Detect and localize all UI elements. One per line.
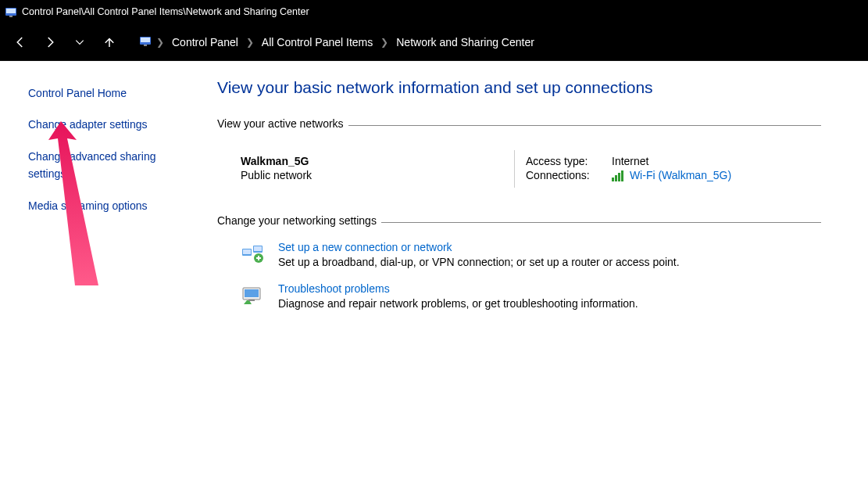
task-setup-connection-desc: Set up a broadband, dial-up, or VPN conn… — [278, 256, 680, 268]
wifi-signal-icon — [612, 170, 623, 181]
sidebar-control-panel-home[interactable]: Control Panel Home — [28, 84, 184, 102]
svg-rect-12 — [245, 289, 259, 297]
breadcrumb-network-sharing[interactable]: Network and Sharing Center — [391, 33, 539, 52]
breadcrumb-all-items[interactable]: All Control Panel Items — [257, 33, 377, 52]
setup-connection-icon — [241, 241, 266, 266]
active-networks-panel: Walkman_5G Public network Access type: I… — [217, 144, 821, 214]
task-troubleshoot-desc: Diagnose and repair network problems, or… — [278, 297, 638, 310]
task-setup-connection: Set up a new connection or network Set u… — [241, 241, 821, 268]
control-panel-icon — [5, 5, 17, 18]
navigation-bar: ❯ Control Panel ❯ All Control Panel Item… — [0, 23, 868, 61]
vertical-divider — [514, 150, 515, 188]
svg-rect-7 — [243, 249, 251, 254]
chevron-right-icon: ❯ — [246, 37, 254, 48]
divider — [381, 222, 821, 223]
network-type: Public network — [241, 169, 514, 181]
svg-rect-9 — [254, 246, 262, 251]
sidebar-change-adapter-settings[interactable]: Change adapter settings — [28, 116, 184, 133]
svg-rect-13 — [248, 300, 255, 301]
sidebar-media-streaming-options[interactable]: Media streaming options — [28, 197, 184, 214]
main-content: View your basic network information and … — [195, 61, 868, 488]
up-button[interactable] — [97, 30, 122, 55]
network-ssid: Walkman_5G — [241, 155, 514, 167]
window-title-text: Control Panel\All Control Panel Items\Ne… — [22, 6, 309, 17]
svg-rect-1 — [6, 9, 16, 13]
troubleshoot-icon — [241, 282, 266, 307]
active-networks-label: View your active networks — [217, 117, 344, 130]
change-settings-label: Change your networking settings — [217, 214, 377, 227]
svg-rect-2 — [9, 16, 13, 17]
chevron-right-icon: ❯ — [156, 37, 164, 48]
forward-button[interactable] — [38, 30, 63, 55]
connection-link[interactable]: Wi-Fi (Walkman_5G) — [630, 169, 731, 181]
svg-rect-5 — [144, 45, 147, 46]
breadcrumb-control-panel[interactable]: Control Panel — [167, 33, 243, 52]
recent-locations-dropdown[interactable] — [67, 30, 92, 55]
page-heading: View your basic network information and … — [217, 78, 821, 97]
divider — [348, 125, 821, 126]
svg-rect-4 — [141, 38, 150, 42]
task-troubleshoot-link[interactable]: Troubleshoot problems — [278, 282, 638, 295]
connections-label: Connections: — [526, 169, 612, 181]
sidebar: Control Panel Home Change adapter settin… — [0, 61, 195, 488]
access-type-label: Access type: — [526, 155, 612, 167]
task-setup-connection-link[interactable]: Set up a new connection or network — [278, 241, 680, 253]
window-titlebar: Control Panel\All Control Panel Items\Ne… — [0, 0, 868, 23]
access-type-value: Internet — [612, 155, 648, 167]
control-panel-icon — [139, 34, 152, 49]
address-bar[interactable]: ❯ Control Panel ❯ All Control Panel Item… — [134, 29, 860, 56]
task-troubleshoot: Troubleshoot problems Diagnose and repai… — [241, 282, 821, 310]
sidebar-change-advanced-sharing[interactable]: Change advanced sharing settings — [28, 148, 161, 183]
back-button[interactable] — [8, 30, 33, 55]
chevron-right-icon: ❯ — [380, 37, 388, 48]
